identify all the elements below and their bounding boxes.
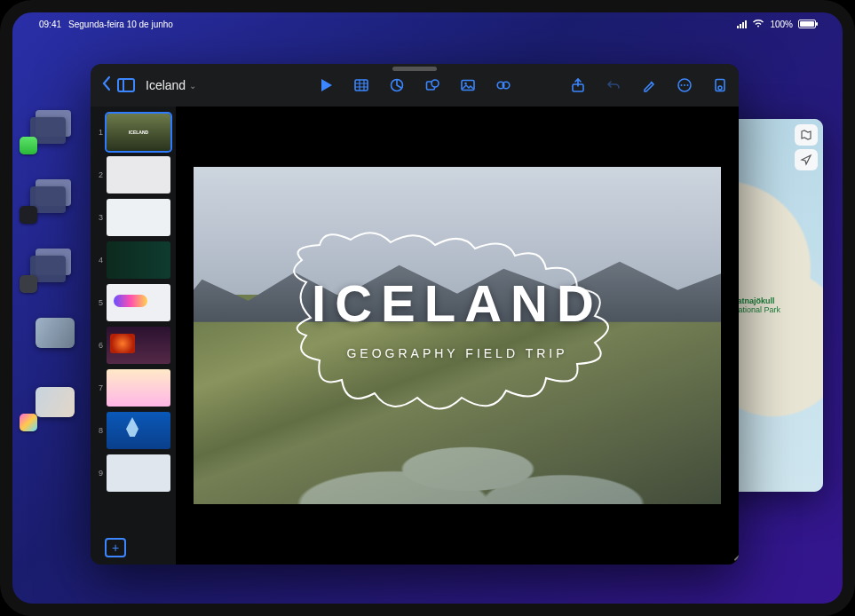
slide-thumb-9[interactable] [107,454,170,492]
more-button[interactable] [677,77,693,93]
slide-title[interactable]: ICELAND [194,273,721,333]
slide-thumb-8[interactable] [107,412,170,449]
svg-point-13 [687,84,689,86]
chevron-down-icon: ⌄ [189,81,196,91]
svg-point-4 [431,80,439,87]
slide-thumb-3[interactable] [107,199,170,236]
stage-group-calculator[interactable] [27,249,73,288]
undo-button[interactable] [606,77,621,93]
slide-thumb-5[interactable] [107,284,170,321]
maps-locate-button[interactable] [795,149,818,170]
svg-point-6 [464,83,467,85]
share-button[interactable] [570,77,586,93]
svg-point-11 [681,84,683,86]
maps-mode-button[interactable] [795,124,818,146]
battery-icon [798,20,816,28]
keynote-toolbar: Iceland ⌄ [91,64,739,107]
battery-percent: 100% [770,20,793,29]
shape-button[interactable] [424,77,440,93]
back-button[interactable] [101,75,112,96]
stage-group-generic[interactable] [27,318,73,357]
window-resize-handle[interactable] [723,549,735,561]
stocks-app-icon [20,206,37,224]
svg-point-12 [684,84,685,86]
slide-thumb-4[interactable] [107,241,170,279]
status-bar: 09:41 Segunda-feira 10 de junho 100% [39,16,816,32]
svg-point-15 [718,86,722,90]
sidebar-toggle-button[interactable] [117,78,135,92]
svg-rect-1 [355,80,368,91]
messages-app-icon [20,137,37,154]
stage-group-messages[interactable] [27,110,73,149]
status-time: 09:41 [39,20,61,29]
image-button[interactable] [460,77,476,93]
media-button[interactable] [495,77,511,93]
document-settings-button[interactable] [712,77,728,93]
slide-thumb-7[interactable] [107,369,170,407]
wifi-icon [752,19,764,29]
stage-group-stocks[interactable] [27,179,73,218]
play-button[interactable] [318,77,334,93]
slide-subtitle[interactable]: GEOGRAPHY FIELD TRIP [194,346,721,360]
slide-thumb-1[interactable] [107,114,170,151]
photos-app-icon [20,414,37,431]
slide-thumb-2[interactable] [107,156,170,193]
chart-button[interactable] [389,77,405,93]
slide-thumb-6[interactable] [107,327,170,364]
slide-canvas[interactable]: ICELAND GEOGRAPHY FIELD TRIP [176,107,739,565]
stage-group-photos[interactable] [27,387,73,426]
calculator-app-icon [20,275,37,293]
slide-navigator: 1 2 3 4 5 6 7 8 9 + [91,107,176,565]
cellular-icon [737,20,747,28]
format-button[interactable] [641,77,657,93]
add-slide-button[interactable]: + [105,538,126,557]
status-date: Segunda-feira 10 de junho [68,20,173,29]
document-title[interactable]: Iceland ⌄ [146,78,196,92]
current-slide[interactable]: ICELAND GEOGRAPHY FIELD TRIP [194,167,721,504]
ipad-frame: 09:41 Segunda-feira 10 de junho 100% [0,0,855,616]
keynote-window: Iceland ⌄ 1 2 [91,64,739,565]
stage-manager-strip [27,110,73,426]
table-button[interactable] [353,77,369,93]
